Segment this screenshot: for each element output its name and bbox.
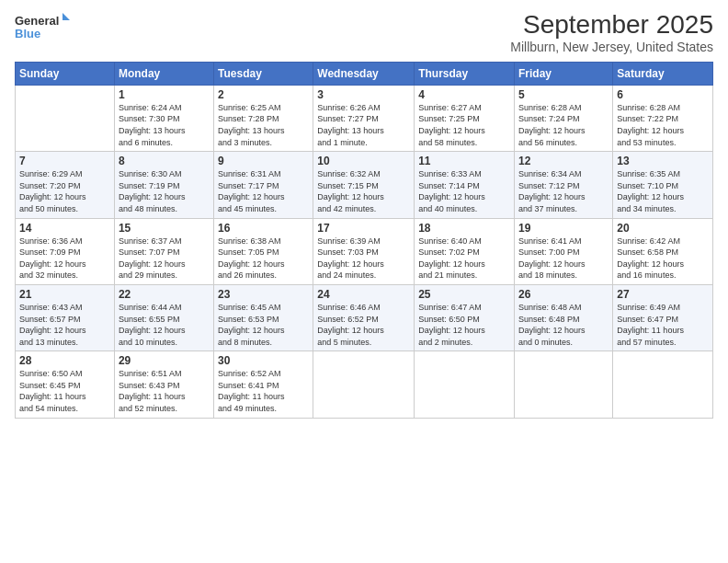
day-info: Sunrise: 6:49 AM Sunset: 6:47 PM Dayligh…	[617, 302, 709, 348]
day-number: 8	[119, 155, 210, 167]
day-number: 18	[418, 222, 510, 235]
calendar-header-saturday: Saturday	[613, 62, 713, 85]
day-number: 5	[518, 88, 609, 101]
svg-text:General: General	[15, 14, 59, 28]
day-info: Sunrise: 6:33 AM Sunset: 7:14 PM Dayligh…	[418, 168, 510, 214]
day-info: Sunrise: 6:29 AM Sunset: 7:20 PM Dayligh…	[19, 168, 110, 214]
calendar-cell: 28Sunrise: 6:50 AM Sunset: 6:45 PM Dayli…	[16, 351, 115, 418]
calendar-cell: 7Sunrise: 6:29 AM Sunset: 7:20 PM Daylig…	[16, 152, 115, 218]
day-number: 3	[317, 88, 410, 101]
day-info: Sunrise: 6:45 AM Sunset: 6:53 PM Dayligh…	[218, 302, 309, 348]
day-info: Sunrise: 6:25 AM Sunset: 7:28 PM Dayligh…	[218, 102, 309, 148]
day-info: Sunrise: 6:32 AM Sunset: 7:15 PM Dayligh…	[317, 168, 410, 214]
calendar-header-sunday: Sunday	[16, 62, 115, 85]
calendar-cell: 26Sunrise: 6:48 AM Sunset: 6:48 PM Dayli…	[515, 284, 613, 350]
calendar-cell: 12Sunrise: 6:34 AM Sunset: 7:12 PM Dayli…	[515, 152, 613, 218]
day-info: Sunrise: 6:42 AM Sunset: 6:58 PM Dayligh…	[617, 236, 709, 282]
calendar-cell: 10Sunrise: 6:32 AM Sunset: 7:15 PM Dayli…	[313, 152, 415, 218]
calendar-header-tuesday: Tuesday	[214, 62, 313, 85]
day-info: Sunrise: 6:26 AM Sunset: 7:27 PM Dayligh…	[317, 102, 410, 148]
calendar-cell: 29Sunrise: 6:51 AM Sunset: 6:43 PM Dayli…	[114, 351, 213, 418]
day-number: 13	[617, 155, 709, 167]
day-number: 4	[418, 88, 510, 101]
calendar-header-wednesday: Wednesday	[313, 62, 415, 85]
svg-text:Blue: Blue	[15, 27, 40, 40]
day-info: Sunrise: 6:48 AM Sunset: 6:48 PM Dayligh…	[518, 302, 609, 348]
day-number: 15	[119, 222, 210, 235]
month-title: September 2025	[510, 11, 713, 40]
day-number: 25	[418, 288, 510, 301]
title-area: September 2025 Millburn, New Jersey, Uni…	[510, 11, 713, 54]
day-number: 29	[119, 354, 210, 367]
header: General Blue September 2025 Millburn, Ne…	[15, 11, 713, 54]
day-number: 11	[418, 155, 510, 167]
logo: General Blue	[15, 11, 70, 44]
calendar-week-4: 21Sunrise: 6:43 AM Sunset: 6:57 PM Dayli…	[16, 284, 713, 350]
day-number: 10	[317, 155, 410, 167]
calendar-cell	[16, 85, 115, 151]
day-info: Sunrise: 6:50 AM Sunset: 6:45 PM Dayligh…	[19, 368, 110, 414]
calendar-cell: 16Sunrise: 6:38 AM Sunset: 7:05 PM Dayli…	[214, 218, 313, 284]
calendar-week-1: 1Sunrise: 6:24 AM Sunset: 7:30 PM Daylig…	[16, 85, 713, 151]
day-info: Sunrise: 6:40 AM Sunset: 7:02 PM Dayligh…	[418, 236, 510, 282]
day-number: 24	[317, 288, 410, 301]
calendar-cell: 6Sunrise: 6:28 AM Sunset: 7:22 PM Daylig…	[613, 85, 713, 151]
calendar-cell: 4Sunrise: 6:27 AM Sunset: 7:25 PM Daylig…	[415, 85, 515, 151]
calendar-cell: 17Sunrise: 6:39 AM Sunset: 7:03 PM Dayli…	[313, 218, 415, 284]
calendar-cell: 30Sunrise: 6:52 AM Sunset: 6:41 PM Dayli…	[214, 351, 313, 418]
day-number: 28	[19, 354, 110, 367]
day-number: 17	[317, 222, 410, 235]
day-number: 22	[119, 288, 210, 301]
day-number: 2	[218, 88, 309, 101]
calendar-header-row: SundayMondayTuesdayWednesdayThursdayFrid…	[16, 62, 713, 85]
calendar-cell: 21Sunrise: 6:43 AM Sunset: 6:57 PM Dayli…	[16, 284, 115, 350]
calendar-cell: 8Sunrise: 6:30 AM Sunset: 7:19 PM Daylig…	[114, 152, 213, 218]
location-title: Millburn, New Jersey, United States	[510, 40, 713, 54]
calendar-cell: 5Sunrise: 6:28 AM Sunset: 7:24 PM Daylig…	[515, 85, 613, 151]
calendar-cell: 18Sunrise: 6:40 AM Sunset: 7:02 PM Dayli…	[415, 218, 515, 284]
calendar-cell: 1Sunrise: 6:24 AM Sunset: 7:30 PM Daylig…	[114, 85, 213, 151]
calendar-cell	[313, 351, 415, 418]
day-number: 14	[19, 222, 110, 235]
day-info: Sunrise: 6:31 AM Sunset: 7:17 PM Dayligh…	[218, 168, 309, 214]
calendar-cell: 27Sunrise: 6:49 AM Sunset: 6:47 PM Dayli…	[613, 284, 713, 350]
day-number: 30	[218, 354, 309, 367]
calendar-cell: 24Sunrise: 6:46 AM Sunset: 6:52 PM Dayli…	[313, 284, 415, 350]
day-number: 27	[617, 288, 709, 301]
day-info: Sunrise: 6:43 AM Sunset: 6:57 PM Dayligh…	[19, 302, 110, 348]
day-number: 20	[617, 222, 709, 235]
calendar-week-3: 14Sunrise: 6:36 AM Sunset: 7:09 PM Dayli…	[16, 218, 713, 284]
day-info: Sunrise: 6:47 AM Sunset: 6:50 PM Dayligh…	[418, 302, 510, 348]
calendar: SundayMondayTuesdayWednesdayThursdayFrid…	[15, 62, 713, 419]
calendar-header-monday: Monday	[114, 62, 213, 85]
calendar-week-5: 28Sunrise: 6:50 AM Sunset: 6:45 PM Dayli…	[16, 351, 713, 418]
day-info: Sunrise: 6:35 AM Sunset: 7:10 PM Dayligh…	[617, 168, 709, 214]
day-number: 26	[518, 288, 609, 301]
day-info: Sunrise: 6:52 AM Sunset: 6:41 PM Dayligh…	[218, 368, 309, 414]
calendar-cell: 25Sunrise: 6:47 AM Sunset: 6:50 PM Dayli…	[415, 284, 515, 350]
day-number: 16	[218, 222, 309, 235]
calendar-cell	[415, 351, 515, 418]
calendar-cell: 14Sunrise: 6:36 AM Sunset: 7:09 PM Dayli…	[16, 218, 115, 284]
day-info: Sunrise: 6:34 AM Sunset: 7:12 PM Dayligh…	[518, 168, 609, 214]
day-info: Sunrise: 6:41 AM Sunset: 7:00 PM Dayligh…	[518, 236, 609, 282]
day-number: 6	[617, 88, 709, 101]
day-info: Sunrise: 6:27 AM Sunset: 7:25 PM Dayligh…	[418, 102, 510, 148]
day-info: Sunrise: 6:38 AM Sunset: 7:05 PM Dayligh…	[218, 236, 309, 282]
calendar-cell: 2Sunrise: 6:25 AM Sunset: 7:28 PM Daylig…	[214, 85, 313, 151]
calendar-cell: 15Sunrise: 6:37 AM Sunset: 7:07 PM Dayli…	[114, 218, 213, 284]
day-number: 19	[518, 222, 609, 235]
calendar-header-friday: Friday	[515, 62, 613, 85]
calendar-cell: 22Sunrise: 6:44 AM Sunset: 6:55 PM Dayli…	[114, 284, 213, 350]
svg-marker-2	[63, 13, 70, 20]
day-info: Sunrise: 6:37 AM Sunset: 7:07 PM Dayligh…	[119, 236, 210, 282]
day-info: Sunrise: 6:44 AM Sunset: 6:55 PM Dayligh…	[119, 302, 210, 348]
calendar-cell: 9Sunrise: 6:31 AM Sunset: 7:17 PM Daylig…	[214, 152, 313, 218]
calendar-week-2: 7Sunrise: 6:29 AM Sunset: 7:20 PM Daylig…	[16, 152, 713, 218]
calendar-cell: 23Sunrise: 6:45 AM Sunset: 6:53 PM Dayli…	[214, 284, 313, 350]
day-info: Sunrise: 6:36 AM Sunset: 7:09 PM Dayligh…	[19, 236, 110, 282]
logo-icon: General Blue	[15, 11, 70, 44]
day-number: 23	[218, 288, 309, 301]
calendar-cell	[515, 351, 613, 418]
day-info: Sunrise: 6:46 AM Sunset: 6:52 PM Dayligh…	[317, 302, 410, 348]
